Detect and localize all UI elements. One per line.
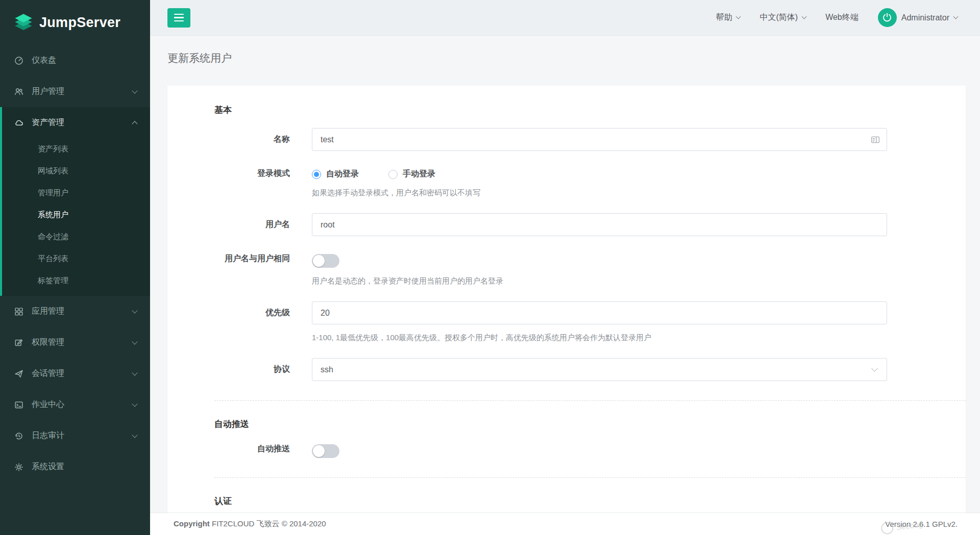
username-input[interactable]	[312, 213, 887, 236]
section-divider	[214, 400, 966, 401]
radio-label: 手动登录	[403, 169, 435, 180]
chevron-down-icon	[802, 14, 807, 19]
topbar-right: 帮助 中文(简体) Web终端 Administrator	[716, 8, 958, 27]
sidebar-item-label: 系统设置	[32, 462, 64, 472]
autopush-toggle[interactable]	[312, 444, 339, 458]
avatar	[878, 8, 897, 27]
section-basic: 基本	[214, 104, 966, 116]
sidebar-item-label: 资产管理	[32, 117, 64, 128]
sidebar-item-permissions[interactable]: 权限管理	[0, 327, 150, 358]
sidebar-item-label: 日志审计	[32, 430, 64, 441]
radio-dot	[312, 170, 321, 179]
copyright-strong: Copyright	[174, 519, 210, 528]
main-area: 帮助 中文(简体) Web终端 Administrator	[150, 0, 980, 535]
priority-label: 优先级	[214, 301, 290, 342]
chevron-down-icon	[132, 401, 137, 406]
priority-help: 1-100, 1最低优先级，100最高优先级。授权多个用户时，高优先级的系统用户…	[312, 333, 887, 342]
same-username-toggle[interactable]	[312, 254, 339, 268]
same-username-row: 用户名与用户相同 用户名是动态的，登录资产时使用当前用户的用户名登录	[214, 252, 966, 286]
content-area: 基本 名称 登录模式	[150, 65, 980, 535]
sidebar-subitem-admin-users[interactable]: 管理用户	[2, 182, 150, 204]
sidebar-item-label: 作业中心	[32, 399, 64, 410]
username-row: 用户名	[214, 213, 966, 236]
protocol-value: ssh	[321, 365, 333, 374]
autopush-label: 自动推送	[214, 442, 290, 458]
section-auth: 认证	[214, 495, 966, 507]
copyright-text: Copyright FIT2CLOUD 飞致云 © 2014-2020	[174, 519, 326, 529]
dashboard-icon	[14, 56, 24, 65]
autopush-row: 自动推送	[214, 442, 966, 458]
sidebar-nav: 仪表盘 用户管理 资产管理 资产列表 网域	[0, 45, 150, 535]
sidebar-subitem-command-filters[interactable]: 命令过滤	[2, 226, 150, 248]
sidebar-toggle-button[interactable]	[167, 8, 190, 28]
page-header: 更新系统用户	[150, 36, 980, 65]
detail-card-icon[interactable]	[871, 135, 880, 144]
chevron-down-icon	[132, 88, 137, 93]
language-label: 中文(简体)	[760, 12, 798, 23]
radio-label: 自动登录	[326, 169, 359, 180]
chevron-down-icon	[953, 14, 959, 19]
app-window: JumpServer 仪表盘 用户管理	[0, 0, 980, 535]
sidebar-item-log-audit[interactable]: 日志审计	[0, 420, 150, 451]
radio-auto-login[interactable]: 自动登录	[312, 169, 359, 180]
help-menu[interactable]: 帮助	[716, 12, 740, 23]
username-label: 用户名	[214, 213, 290, 236]
help-label: 帮助	[716, 12, 732, 23]
apps-icon	[14, 307, 24, 316]
page-title: 更新系统用户	[167, 51, 980, 65]
sidebar: JumpServer 仪表盘 用户管理	[0, 0, 150, 535]
protocol-label: 协议	[214, 358, 290, 381]
protocol-select[interactable]: ssh	[312, 358, 887, 381]
sidebar-subitem-domain-list[interactable]: 网域列表	[2, 160, 150, 182]
sessions-icon	[14, 369, 24, 378]
sidebar-subitem-asset-list[interactable]: 资产列表	[2, 138, 150, 160]
jobs-icon	[14, 400, 24, 410]
web-terminal-link[interactable]: Web终端	[825, 12, 859, 23]
sidebar-item-label: 用户管理	[32, 86, 64, 97]
topbar: 帮助 中文(简体) Web终端 Administrator	[150, 0, 980, 36]
brand-name: JumpServer	[39, 15, 120, 31]
priority-row: 优先级 1-100, 1最低优先级，100最高优先级。授权多个用户时，高优先级的…	[214, 301, 966, 342]
chevron-down-icon	[871, 365, 878, 372]
sidebar-item-label: 会话管理	[32, 368, 64, 379]
language-menu[interactable]: 中文(简体)	[760, 12, 806, 23]
jumpserver-logo-icon	[13, 12, 34, 33]
sidebar-item-dashboard[interactable]: 仪表盘	[0, 45, 150, 76]
chevron-down-icon	[736, 14, 741, 19]
radio-manual-login[interactable]: 手动登录	[388, 169, 435, 180]
priority-input[interactable]	[312, 301, 887, 324]
sidebar-item-assets[interactable]: 资产管理	[2, 107, 150, 138]
brand-logo[interactable]: JumpServer	[0, 0, 150, 45]
sidebar-item-label: 应用管理	[32, 306, 64, 317]
login-mode-row: 登录模式 自动登录 手动登录 如果选择手动登录模式	[214, 167, 966, 197]
sidebar-item-label: 仪表盘	[32, 55, 56, 66]
sidebar-group-assets: 资产管理 资产列表 网域列表 管理用户 系统用户 命令过滤 平台列表 标签管理	[0, 107, 150, 296]
web-terminal-label: Web终端	[825, 12, 859, 23]
sidebar-subitem-system-users[interactable]: 系统用户	[2, 204, 150, 226]
radio-dot	[388, 170, 398, 179]
sidebar-subitem-label-management[interactable]: 标签管理	[2, 270, 150, 292]
login-mode-help: 如果选择手动登录模式，用户名和密码可以不填写	[312, 188, 887, 197]
name-row: 名称	[214, 128, 966, 151]
chevron-down-icon	[132, 432, 137, 438]
login-mode-label: 登录模式	[214, 167, 290, 197]
assets-icon	[14, 118, 24, 128]
sidebar-subitem-platform-list[interactable]: 平台列表	[2, 248, 150, 270]
sidebar-item-job-center[interactable]: 作业中心	[0, 389, 150, 420]
footer: Copyright FIT2CLOUD 飞致云 © 2014-2020 Vers…	[150, 513, 980, 535]
name-input[interactable]	[312, 128, 887, 151]
user-menu[interactable]: Administrator	[878, 8, 958, 27]
name-label: 名称	[214, 128, 290, 151]
copyright-rest: FIT2CLOUD 飞致云 © 2014-2020	[210, 519, 326, 528]
section-autopush: 自动推送	[214, 418, 966, 430]
version-text: Version 2.6.1 GPLv2.	[885, 520, 958, 528]
section-divider	[214, 477, 966, 478]
same-username-label: 用户名与用户相同	[214, 252, 290, 286]
chevron-down-icon	[132, 339, 137, 344]
sidebar-item-settings[interactable]: 系统设置	[0, 451, 150, 482]
username-label: Administrator	[901, 13, 949, 22]
sidebar-item-applications[interactable]: 应用管理	[0, 296, 150, 327]
sidebar-item-sessions[interactable]: 会话管理	[0, 358, 150, 389]
permissions-icon	[14, 338, 24, 347]
sidebar-item-users[interactable]: 用户管理	[0, 76, 150, 107]
